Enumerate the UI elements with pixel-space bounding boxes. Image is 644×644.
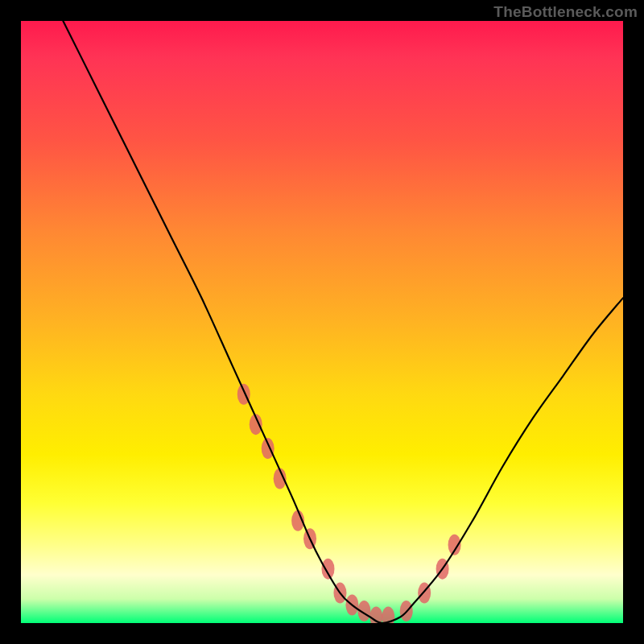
highlight-dot — [321, 559, 334, 580]
bottleneck-curve — [63, 21, 623, 623]
highlight-dot — [262, 438, 275, 459]
chart-container: TheBottleneck.com — [0, 0, 644, 644]
watermark: TheBottleneck.com — [493, 3, 638, 21]
plot-area — [21, 21, 623, 623]
curve-svg — [21, 21, 623, 623]
